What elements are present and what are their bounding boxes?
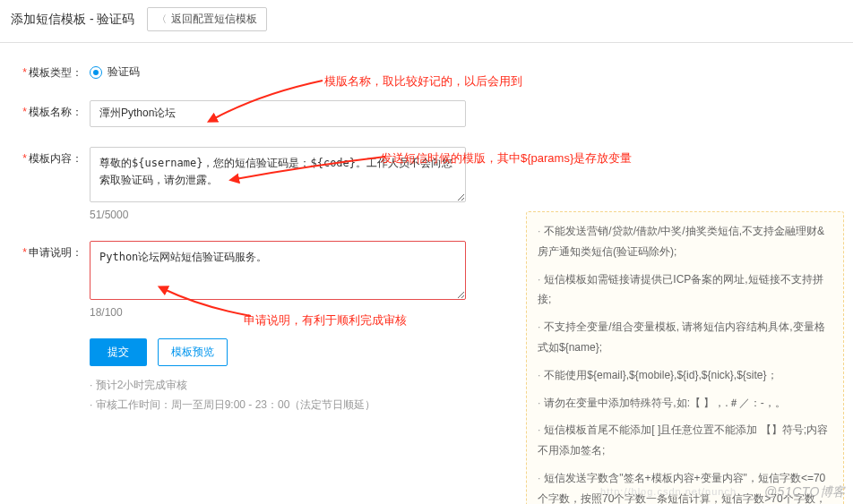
apply-reason-input[interactable] [90,241,466,300]
preview-button[interactable]: 模板预览 [158,338,228,366]
apply-reason-label: *申请说明： [0,241,90,261]
watermark: @51CTO博客 [764,484,846,500]
template-content-label: *模板内容： [0,147,90,167]
apply-reason-counter: 18/100 [90,306,466,319]
chevron-left-icon: 〈 [157,13,167,26]
tips-panel: ·不能发送营销/贷款/借款/中奖/抽奖类短信,不支持金融理财&房产通知类短信(验… [526,211,844,504]
watermark-url: http://blog.csdn.net/nunch [600,486,737,497]
hours-text: · 审核工作时间：周一至周日9:00 - 23：00（法定节日顺延） [90,395,466,415]
template-name-label: *模板名称： [0,100,90,120]
template-type-option: 验证码 [108,64,140,80]
template-content-input[interactable] [90,147,466,202]
radio-icon [90,66,102,79]
submit-button[interactable]: 提交 [90,338,147,366]
template-type-label: *模板类型： [0,61,90,81]
eta-text: · 预计2小时完成审核 [90,375,466,396]
template-type-radio[interactable]: 验证码 [90,61,466,80]
back-button[interactable]: 〈 返回配置短信模板 [147,7,267,31]
template-content-counter: 51/5000 [90,209,466,221]
page-title: 添加短信模板 - 验证码 [11,12,134,28]
back-button-label: 返回配置短信模板 [171,12,257,27]
template-name-input[interactable] [90,100,466,127]
